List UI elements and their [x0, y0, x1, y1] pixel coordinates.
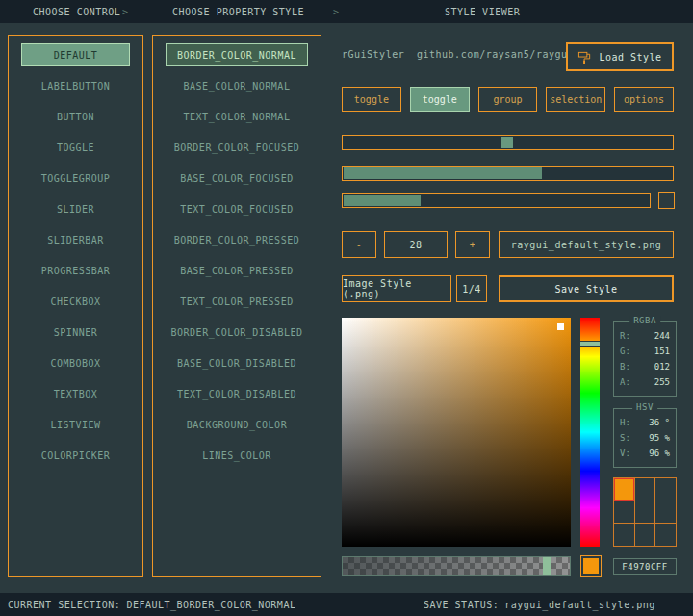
color-picker-cursor[interactable]: [557, 323, 564, 330]
property-item-background-color[interactable]: BACKGROUND_COLOR: [166, 413, 308, 436]
control-item-checkbox[interactable]: CHECKBOX: [21, 290, 130, 313]
breadcrumb-separator-icon: >: [333, 7, 340, 17]
r-label: R:: [620, 331, 630, 341]
palette-cell[interactable]: [614, 524, 634, 546]
load-style-label: Load Style: [599, 52, 661, 63]
property-item-text-color-focused[interactable]: TEXT_COLOR_FOCUSED: [166, 197, 308, 220]
r-value: 244: [654, 331, 670, 341]
alpha-gradient-overlay: [343, 557, 570, 575]
toggle-button-options[interactable]: options: [614, 87, 674, 112]
demo-progressbar: [342, 193, 651, 208]
save-status-label: SAVE STATUS:: [424, 600, 499, 610]
control-item-colorpicker[interactable]: COLORPICKER: [21, 444, 130, 467]
property-item-text-color-pressed[interactable]: TEXT_COLOR_PRESSED: [166, 290, 308, 313]
property-item-base-color-focused[interactable]: BASE_COLOR_FOCUSED: [166, 167, 308, 190]
toggle-button-selection[interactable]: selection: [546, 87, 605, 112]
spinner-decrement-button[interactable]: -: [342, 231, 376, 258]
property-item-base-color-normal[interactable]: BASE_COLOR_NORMAL: [166, 74, 308, 97]
control-item-progressbar[interactable]: PROGRESSBAR: [21, 259, 130, 282]
current-color-swatch[interactable]: [580, 555, 602, 577]
demo-slider[interactable]: [342, 135, 674, 150]
palette-cell[interactable]: [655, 478, 676, 500]
rgba-row-g: G: 151: [614, 344, 676, 359]
breadcrumb-separator-icon: >: [122, 7, 129, 17]
palette-cell-current[interactable]: [614, 478, 634, 500]
control-item-combobox[interactable]: COMBOBOX: [21, 351, 130, 374]
palette-cell[interactable]: [655, 524, 676, 546]
v-value: 96 %: [649, 449, 670, 458]
alpha-bar[interactable]: [342, 556, 571, 576]
rgba-row-r: R: 244: [614, 328, 676, 344]
property-item-text-color-disabled[interactable]: TEXT_COLOR_DISABLED: [166, 382, 308, 405]
control-item-default[interactable]: DEFAULT: [21, 43, 130, 66]
demo-sliderbar[interactable]: [342, 166, 674, 181]
spinner-increment-button[interactable]: +: [455, 231, 490, 258]
rgba-values-box: RGBA R: 244 G: 151 B: 012 A: 255: [613, 321, 677, 397]
property-item-border-color-focused[interactable]: BORDER_COLOR_FOCUSED: [166, 136, 308, 159]
h-value: 36 °: [649, 418, 670, 427]
image-style-combobox[interactable]: Image Style (.png): [342, 275, 451, 302]
slider-handle[interactable]: [501, 137, 513, 148]
status-bar: CURRENT SELECTION: DEFAULT_BORDER_COLOR_…: [0, 593, 693, 616]
toggle-button-1-active[interactable]: toggle: [410, 87, 470, 112]
property-item-border-color-disabled[interactable]: BORDER_COLOR_DISABLED: [166, 321, 308, 344]
repo-link[interactable]: github.com/raysan5/raygui: [417, 49, 574, 60]
a-value: 255: [654, 377, 670, 387]
palette-cell[interactable]: [614, 501, 634, 524]
s-label: S:: [620, 433, 630, 443]
control-item-sliderbar[interactable]: SLIDERBAR: [21, 228, 130, 251]
hsv-values-box: HSV H: 36 ° S: 95 % V: 96 %: [613, 408, 677, 468]
rguistyler-window: CHOOSE CONTROL > CHOOSE PROPERTY STYLE >…: [0, 0, 693, 616]
property-item-base-color-pressed[interactable]: BASE_COLOR_PRESSED: [166, 259, 308, 282]
hsv-title: HSV: [632, 402, 657, 412]
controls-list-panel: DEFAULT LABELBUTTON BUTTON TOGGLE TOGGLE…: [8, 35, 143, 577]
properties-list-panel: BORDER_COLOR_NORMAL BASE_COLOR_NORMAL TE…: [152, 35, 321, 577]
control-item-slider[interactable]: SLIDER: [21, 197, 130, 220]
toggle-button-group[interactable]: group: [478, 87, 538, 112]
property-item-border-color-normal[interactable]: BORDER_COLOR_NORMAL: [166, 43, 308, 66]
toggle-button-0[interactable]: toggle: [342, 87, 401, 112]
save-status-value: raygui_default_style.png: [504, 600, 655, 610]
palette-cell[interactable]: [635, 478, 655, 500]
b-value: 012: [654, 362, 670, 372]
toggle-group: toggle toggle group selection options: [342, 87, 674, 112]
hsv-row-s: S: 95 %: [614, 430, 676, 446]
palette-cell[interactable]: [635, 501, 655, 524]
color-picker-gradient[interactable]: [342, 318, 571, 547]
control-item-labelbutton[interactable]: LABELBUTTON: [21, 74, 130, 97]
progress-value-box[interactable]: [658, 192, 675, 209]
property-item-base-color-disabled[interactable]: BASE_COLOR_DISABLED: [166, 351, 308, 374]
breadcrumb-choose-control: CHOOSE CONTROL: [33, 7, 120, 17]
rgba-title: RGBA: [629, 316, 660, 325]
g-label: G:: [620, 346, 630, 356]
sliderbar-fill: [344, 167, 542, 179]
current-selection-label: CURRENT SELECTION:: [8, 600, 120, 610]
palette-cell[interactable]: [635, 524, 655, 546]
hsv-row-v: V: 96 %: [614, 446, 676, 461]
control-item-togglegroup[interactable]: TOGGLEGROUP: [21, 167, 130, 190]
h-label: H:: [620, 418, 630, 427]
hue-bar[interactable]: [580, 318, 600, 547]
paint-roller-icon: [578, 50, 592, 64]
property-item-border-color-pressed[interactable]: BORDER_COLOR_PRESSED: [166, 228, 308, 251]
alpha-handle[interactable]: [543, 557, 551, 575]
app-name-label: rGuiStyler: [342, 49, 404, 60]
progressbar-fill: [344, 195, 421, 206]
control-item-spinner[interactable]: SPINNER: [21, 321, 130, 344]
hue-handle[interactable]: [580, 341, 600, 346]
control-item-textbox[interactable]: TEXTBOX: [21, 382, 130, 405]
hex-value-textbox[interactable]: F4970CFF: [613, 558, 677, 575]
spinner-value-box[interactable]: 28: [384, 231, 448, 258]
control-item-listview[interactable]: LISTVIEW: [21, 413, 130, 436]
a-label: A:: [620, 377, 630, 387]
combobox-counter[interactable]: 1/4: [456, 275, 487, 302]
controls-list: DEFAULT LABELBUTTON BUTTON TOGGLE TOGGLE…: [9, 36, 142, 467]
save-style-button[interactable]: Save Style: [499, 275, 674, 302]
palette-cell[interactable]: [655, 501, 676, 524]
property-item-text-color-normal[interactable]: TEXT_COLOR_NORMAL: [166, 105, 308, 128]
control-item-button[interactable]: BUTTON: [21, 105, 130, 128]
property-item-lines-color[interactable]: LINES_COLOR: [166, 444, 308, 467]
filename-textbox[interactable]: raygui_default_style.png: [499, 231, 674, 258]
load-style-button[interactable]: Load Style: [566, 42, 674, 71]
control-item-toggle[interactable]: TOGGLE: [21, 136, 130, 159]
